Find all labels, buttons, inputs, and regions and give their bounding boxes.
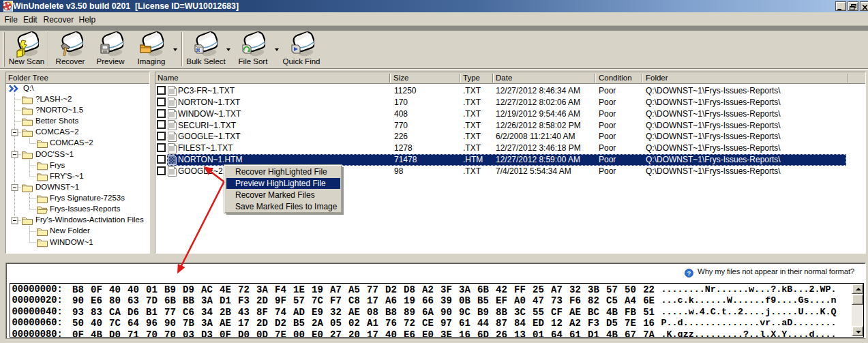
svg-text:?: ? <box>687 269 691 277</box>
